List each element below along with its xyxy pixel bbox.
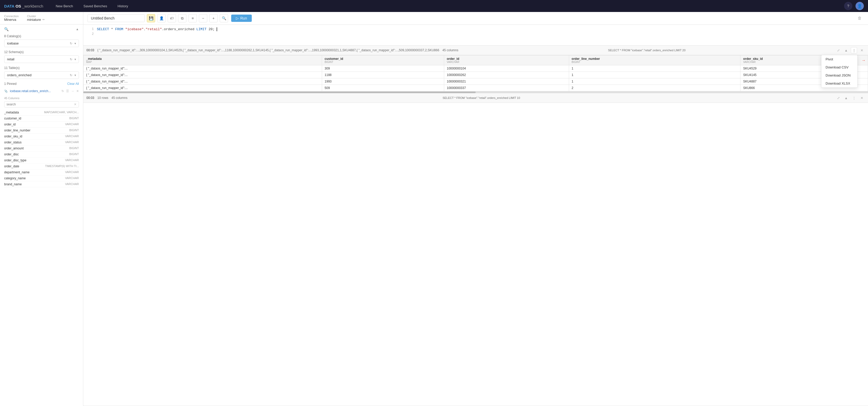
save-button[interactable]: 💾 [147, 14, 155, 22]
table-cell: { "_dataos_run_mapper_id":... [84, 72, 322, 79]
help-icon-button[interactable]: ? [844, 2, 852, 10]
toolbar: 💾 👤 🏷 ⧉ ≡ − + 🔍 ▷ Run 🗑 [83, 12, 868, 25]
result-close-btn-2[interactable]: ✕ [859, 95, 865, 101]
column-row: order_line_numberBIGINT [4, 127, 79, 133]
table-cell: 10000000337 [444, 85, 569, 91]
zoom-button[interactable]: 🔍 [220, 14, 228, 22]
cluster-label: Cluster [27, 14, 45, 18]
column-row: order_idVARCHAR [4, 122, 79, 127]
col-header-order-line-number[interactable]: order_line_numberBIGINT [569, 56, 740, 65]
nav-history[interactable]: History [116, 3, 130, 9]
menu-item-xlsx[interactable]: Download XLSX [822, 80, 857, 88]
top-navigation: DATAOS_workbench New Bench Saved Benches… [0, 0, 868, 12]
schema-collapse-icon[interactable]: ▲ [76, 27, 79, 31]
column-row: order_sku_idVARCHAR [4, 133, 79, 139]
result-table-wrapper-1[interactable]: _metadataMAP customer_idBIGINT order_idV… [83, 55, 868, 91]
schema-search-icon[interactable]: 🔍 [4, 27, 8, 31]
catalog-refresh-icon[interactable]: ↻ [70, 42, 72, 45]
result-expand-btn-2[interactable]: ⤢ [835, 95, 841, 101]
connection-bar: Connection Minerva Cluster miniature ✏ [0, 12, 83, 25]
table-cell: 309 [322, 65, 444, 72]
user-avatar-button[interactable]: 👤 [856, 2, 864, 10]
menu-item-csv[interactable]: Download CSV [822, 63, 857, 71]
column-type: VARCHAR [65, 123, 79, 126]
menu-item-json[interactable]: Download JSON [822, 71, 857, 80]
editor-line-1: 1 SELECT * FROM "icebase"."retail".order… [83, 27, 868, 32]
pinned-item: 📎 icebase.retail.orders_enrich... ↻ ☰ → … [4, 88, 79, 94]
pinned-item-refresh-icon[interactable]: ↻ [61, 89, 64, 93]
pinned-item-close-icon[interactable]: ✕ [76, 89, 79, 93]
column-search-clear-icon[interactable]: ✕ [74, 102, 76, 106]
format-button[interactable]: ≡ [188, 14, 197, 22]
result-bar-1: 00:03 { "_dataos_run_mapper_id":...,309,… [83, 45, 868, 55]
table-row: { "_dataos_run_mapper_id":...50910000000… [84, 85, 868, 91]
results-container: 00:03 { "_dataos_run_mapper_id":...,309,… [83, 45, 868, 406]
line-number-1: 1 [87, 27, 94, 31]
column-name: _metadata [4, 111, 19, 114]
table-cell: 1 [569, 79, 740, 85]
column-search-row: ✕ [4, 101, 79, 107]
pinned-item-arrow-icon[interactable]: → [71, 89, 74, 93]
column-type: TIMESTAMP(6) WITH TI... [45, 164, 79, 168]
catalog-chevron-icon[interactable]: ▾ [74, 42, 76, 45]
result-close-btn-1[interactable]: ✕ [859, 47, 865, 53]
nav-saved-benches[interactable]: Saved Benches [82, 3, 110, 9]
menu-item-pivot[interactable]: Pivot [822, 55, 857, 63]
result-more-btn-2[interactable]: ⋮ [851, 95, 857, 101]
result-more-btn-1[interactable]: ⋮ [851, 47, 857, 53]
arrow-right-icon: → [862, 58, 866, 63]
result-expand-btn-1[interactable]: ⤢ [835, 47, 841, 53]
copy-button[interactable]: ⧉ [178, 14, 186, 22]
col-header-metadata[interactable]: _metadataMAP [84, 56, 322, 65]
table-row: { "_dataos_run_mapper_id":...11881000000… [84, 72, 868, 79]
column-row: order_disc_typeVARCHAR [4, 157, 79, 163]
result-actions-1: ⤢ ▲ ⋮ ✕ [835, 47, 865, 53]
pinned-item-list-icon[interactable]: ☰ [66, 89, 69, 93]
run-label: Run [240, 16, 247, 20]
result-panel-2: 00:03 10 rows 45 columns SELECT * FROM "… [83, 93, 868, 406]
sql-editor[interactable]: 1 SELECT * FROM "icebase"."retail".order… [83, 25, 868, 45]
pinned-item-text: icebase.retail.orders_enrich... [10, 89, 59, 93]
catalogs-label: 8 Catalog(s) [4, 34, 79, 38]
clear-all-button[interactable]: Clear All [67, 82, 79, 86]
schema-dropdown[interactable]: retail ↻ ▾ [4, 56, 79, 63]
column-search-input[interactable] [6, 102, 74, 106]
table-cell: 1 [569, 65, 740, 72]
increase-button[interactable]: + [209, 14, 218, 22]
table-cell: 10000000321 [444, 79, 569, 85]
schema-search-row: 🔍 ▲ [4, 27, 79, 31]
result-up-btn-2[interactable]: ▲ [843, 95, 849, 101]
sidebar: Connection Minerva Cluster miniature ✏ 🔍… [0, 12, 83, 406]
table-dropdown[interactable]: orders_enriched ↻ ▾ [4, 71, 79, 79]
right-panel: 💾 👤 🏷 ⧉ ≡ − + 🔍 ▷ Run 🗑 1 SELECT * FROM … [83, 12, 868, 406]
share-button[interactable]: 👤 [157, 14, 165, 22]
result-table-1: _metadataMAP customer_idBIGINT order_idV… [83, 55, 868, 91]
result-up-btn-1[interactable]: ▲ [843, 47, 849, 53]
table-cell: 10000000104 [444, 65, 569, 72]
delete-button[interactable]: 🗑 [856, 14, 864, 22]
result-query-1: SELECT * FROM "icebase"."retail".orders_… [462, 49, 832, 52]
table-header-row: _metadataMAP customer_idBIGINT order_idV… [84, 56, 868, 65]
nav-new-bench[interactable]: New Bench [54, 3, 75, 9]
column-name: department_name [4, 170, 29, 174]
column-type: BIGINT [69, 129, 79, 132]
decrease-button[interactable]: − [199, 14, 207, 22]
col-header-customer-id[interactable]: customer_idBIGINT [322, 56, 444, 65]
column-type: VARCHAR [65, 140, 79, 144]
schema-refresh-icon[interactable]: ↻ [70, 58, 72, 61]
table-chevron-icon[interactable]: ▾ [74, 73, 76, 77]
result-time-1: 00:03 [87, 49, 94, 52]
column-name: customer_id [4, 117, 21, 120]
table-refresh-icon[interactable]: ↻ [70, 73, 72, 77]
catalog-dropdown[interactable]: icebase ↻ ▾ [4, 39, 79, 47]
run-button[interactable]: ▷ Run [231, 14, 252, 22]
edit-cluster-icon[interactable]: ✏ [42, 18, 45, 21]
app-logo: DATAOS_workbench [4, 4, 43, 8]
column-name: order_date [4, 164, 19, 168]
tag-button[interactable]: 🏷 [168, 14, 176, 22]
col-header-order-id[interactable]: order_idVARCHAR [444, 56, 569, 65]
bench-name-input[interactable] [88, 14, 145, 22]
schema-chevron-icon[interactable]: ▾ [74, 58, 76, 61]
table-cell: 1 [569, 72, 740, 79]
table-value: orders_enriched [7, 73, 70, 77]
